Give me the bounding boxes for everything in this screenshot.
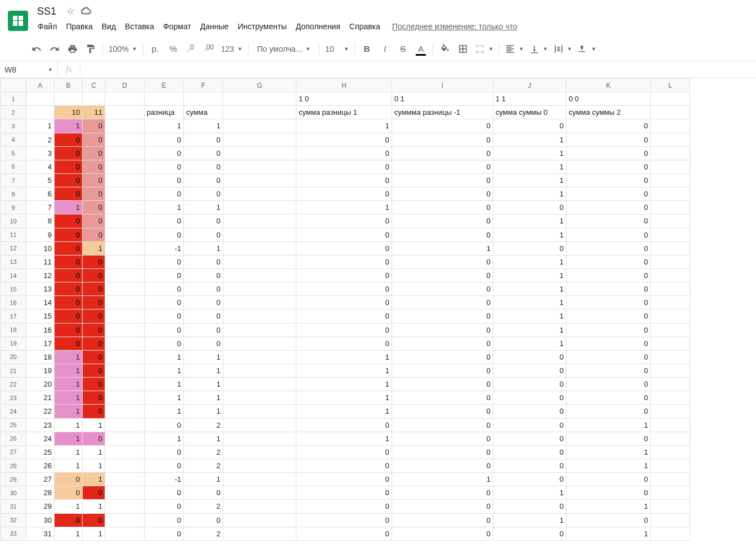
cell-J3[interactable]: 0 (493, 119, 566, 133)
cell-J33[interactable]: 0 (493, 527, 566, 540)
vertical-align-button[interactable]: ▼ (527, 41, 550, 57)
row-header-19[interactable]: 19 (1, 337, 26, 350)
cell-C15[interactable]: 0 (83, 283, 105, 296)
cell-E17[interactable]: 0 (145, 310, 184, 323)
cell-G2[interactable] (223, 106, 296, 119)
cell-I5[interactable]: 0 (392, 146, 493, 160)
cell-G4[interactable] (223, 133, 296, 146)
cell-F24[interactable]: 1 (184, 405, 223, 418)
cell-E9[interactable]: 1 (145, 201, 184, 214)
currency-button[interactable]: р. (147, 41, 164, 57)
cell-G16[interactable] (223, 296, 296, 310)
cell-F27[interactable]: 2 (184, 445, 223, 459)
cell-F31[interactable]: 2 (184, 500, 223, 513)
cell-L16[interactable] (651, 296, 690, 310)
cell-B9[interactable]: 1 (55, 201, 83, 214)
row-header-5[interactable]: 5 (1, 146, 26, 160)
row-header-9[interactable]: 9 (1, 201, 26, 214)
cell-K9[interactable]: 0 (566, 201, 651, 214)
cell-D7[interactable] (105, 173, 145, 187)
cell-F33[interactable]: 2 (184, 527, 223, 540)
cell-F22[interactable]: 1 (184, 378, 223, 391)
cell-E21[interactable]: 1 (145, 364, 184, 377)
cell-B14[interactable]: 0 (55, 268, 83, 282)
cell-H18[interactable]: 0 (296, 323, 392, 337)
cell-E2[interactable]: разница (145, 106, 184, 119)
cell-L5[interactable] (651, 146, 690, 160)
cell-H25[interactable]: 0 (296, 418, 392, 432)
cell-D28[interactable] (105, 459, 145, 472)
cell-G17[interactable] (223, 310, 296, 323)
cell-G25[interactable] (223, 418, 296, 432)
cell-F6[interactable]: 0 (184, 160, 223, 173)
cell-B12[interactable]: 0 (55, 241, 83, 255)
cell-D8[interactable] (105, 187, 145, 201)
row-header-18[interactable]: 18 (1, 323, 26, 337)
cell-K13[interactable]: 0 (566, 255, 651, 268)
cell-C5[interactable]: 0 (83, 146, 105, 160)
cell-I18[interactable]: 0 (392, 323, 493, 337)
row-header-14[interactable]: 14 (1, 268, 26, 282)
cell-L27[interactable] (651, 445, 690, 459)
cell-G28[interactable] (223, 459, 296, 472)
cell-L33[interactable] (651, 527, 690, 540)
cell-G3[interactable] (223, 119, 296, 133)
cell-K4[interactable]: 0 (566, 133, 651, 146)
cell-L17[interactable] (651, 310, 690, 323)
cell-A29[interactable]: 27 (26, 473, 55, 486)
cell-H1[interactable]: 1 0 (296, 92, 392, 106)
cell-H10[interactable]: 0 (296, 214, 392, 228)
cell-G18[interactable] (223, 323, 296, 337)
cell-G19[interactable] (223, 337, 296, 350)
horizontal-align-button[interactable]: ▼ (503, 41, 526, 57)
cell-A1[interactable] (26, 92, 55, 106)
cell-C33[interactable]: 1 (83, 527, 105, 540)
column-header-F[interactable]: F (184, 79, 223, 92)
percent-button[interactable]: % (165, 41, 182, 57)
cell-H28[interactable]: 0 (296, 459, 392, 472)
cell-G29[interactable] (223, 473, 296, 486)
column-header-J[interactable]: J (493, 79, 566, 92)
cell-B10[interactable]: 0 (55, 214, 83, 228)
cell-E32[interactable]: 0 (145, 513, 184, 527)
cell-K29[interactable]: 0 (566, 473, 651, 486)
cell-J9[interactable]: 0 (493, 201, 566, 214)
column-header-A[interactable]: A (26, 79, 55, 92)
cell-B15[interactable]: 0 (55, 283, 83, 296)
cell-K20[interactable]: 0 (566, 350, 651, 364)
cell-E23[interactable]: 1 (145, 391, 184, 405)
cell-H4[interactable]: 0 (296, 133, 392, 146)
cell-L32[interactable] (651, 513, 690, 527)
cell-D4[interactable] (105, 133, 145, 146)
cell-E13[interactable]: 0 (145, 255, 184, 268)
cell-I2[interactable]: суммма разницы -1 (392, 106, 493, 119)
cell-A2[interactable] (26, 106, 55, 119)
column-header-L[interactable]: L (651, 79, 690, 92)
column-header-D[interactable]: D (105, 79, 145, 92)
cell-C8[interactable]: 0 (83, 187, 105, 201)
cell-J26[interactable]: 0 (493, 432, 566, 445)
cell-J27[interactable]: 0 (493, 445, 566, 459)
cell-A16[interactable]: 14 (26, 296, 55, 310)
cell-B3[interactable]: 1 (55, 119, 83, 133)
cell-J5[interactable]: 1 (493, 146, 566, 160)
cell-B22[interactable]: 1 (55, 378, 83, 391)
cell-F12[interactable]: 1 (184, 241, 223, 255)
cell-L18[interactable] (651, 323, 690, 337)
row-header-25[interactable]: 25 (1, 418, 26, 432)
decrease-decimal-button[interactable]: .0← (183, 41, 200, 57)
cell-I16[interactable]: 0 (392, 296, 493, 310)
cell-H2[interactable]: сумма разницы 1 (296, 106, 392, 119)
cell-I30[interactable]: 0 (392, 486, 493, 500)
cell-H29[interactable]: 0 (296, 473, 392, 486)
cell-J30[interactable]: 1 (493, 486, 566, 500)
row-header-4[interactable]: 4 (1, 133, 26, 146)
cell-H32[interactable]: 0 (296, 513, 392, 527)
cell-I14[interactable]: 0 (392, 268, 493, 282)
cell-D18[interactable] (105, 323, 145, 337)
cell-E24[interactable]: 1 (145, 405, 184, 418)
cell-C30[interactable]: 0 (83, 486, 105, 500)
cell-A22[interactable]: 20 (26, 378, 55, 391)
cell-L25[interactable] (651, 418, 690, 432)
cell-I28[interactable]: 0 (392, 459, 493, 472)
